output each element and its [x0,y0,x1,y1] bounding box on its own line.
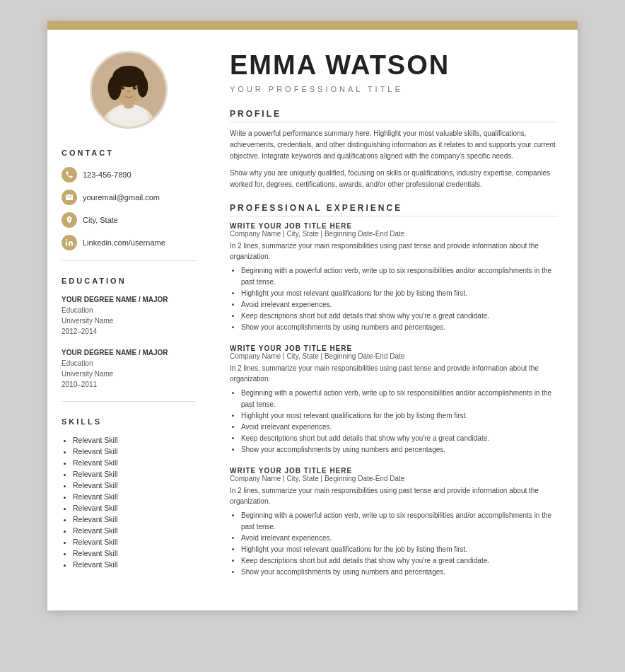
contact-phone-text: 123-456-7890 [83,170,132,179]
contact-phone-item: 123-456-7890 [62,167,196,183]
resume-document: CONTACT 123-456-7890 youremail@gmail.com… [47,21,578,610]
job-bullet-3-3: Highlight your most relevant qualificati… [241,544,558,555]
job-summary-2: In 2 lines, summarize your main responsi… [230,363,558,385]
svg-point-11 [123,86,124,88]
profile-paragraph-2: Show why you are uniquely qualified, foc… [230,168,558,190]
contact-location-text: City, State [83,216,118,224]
skill-item-3: Relevant Skill [73,458,196,467]
skill-item-5: Relevant Skill [73,481,196,489]
edu-degree-1: YOUR DEGREE NAME / MAJOR [62,295,196,305]
skill-item-10: Relevant Skill [73,538,196,546]
job-summary-1: In 2 lines, summarize your main responsi… [230,241,558,262]
job-bullet-2-4: Keep descriptions short but add details … [241,433,558,444]
skill-item-8: Relevant Skill [73,515,196,523]
top-accent-bar [47,21,578,30]
job-block-2: WRITE YOUR JOB TITLE HERE Company Name |… [230,344,558,456]
job-bullet-1-3: Avoid irrelevant experiences. [241,299,558,311]
linkedin-icon [62,235,77,250]
job-bullets-2: Beginning with a powerful action verb, w… [230,388,558,456]
job-title-2: WRITE YOUR JOB TITLE HERE [230,344,558,352]
job-bullet-3-2: Avoid irrelevant experiences. [241,533,558,544]
job-bullets-3: Beginning with a powerful action verb, w… [230,510,558,578]
phone-icon [62,167,77,183]
right-column: EMMA WATSON YOUR PROFESSIONAL TITLE PROF… [210,30,578,610]
edu-entry-2: YOUR DEGREE NAME / MAJOR Education Unive… [62,348,196,390]
job-title-3: WRITE YOUR JOB TITLE HERE [230,467,558,475]
job-bullet-1-5: Show your accomplishments by using numbe… [241,322,558,333]
job-bullet-1-2: Highlight your most relevant qualificati… [241,288,558,299]
education-section-title: EDUCATION [62,277,196,285]
job-bullet-2-2: Highlight your most relevant qualificati… [241,410,558,422]
skills-list: Relevant Skill Relevant Skill Relevant S… [62,436,196,569]
job-title-1: WRITE YOUR JOB TITLE HERE [230,222,558,230]
contact-email-text: youremail@gmail.com [83,193,160,202]
skill-item-4: Relevant Skill [73,470,196,478]
profile-section-title: PROFILE [230,109,558,122]
skills-section-title: SKILLS [62,417,196,426]
experience-section-title: PROFESSIONAL EXPERIENCE [230,203,558,216]
edu-degree-2: YOUR DEGREE NAME / MAJOR [62,348,196,358]
job-block-1: WRITE YOUR JOB TITLE HERE Company Name |… [230,222,558,333]
edu-type-1: Education [62,305,196,315]
job-bullet-3-5: Show your accomplishments by using numbe… [241,567,558,578]
job-bullet-2-3: Avoid irrelevant experiences. [241,422,558,433]
svg-point-12 [135,86,136,88]
contact-linkedin-text: Linkedin.com/username [83,238,165,247]
edu-university-1: University Name [62,315,196,326]
job-company-2: Company Name | City, State | Beginning D… [230,352,558,360]
edu-years-2: 2010–2011 [62,379,196,390]
skill-item-2: Relevant Skill [73,447,196,456]
skill-item-6: Relevant Skill [73,492,196,501]
edu-type-2: Education [62,358,196,369]
skill-item-12: Relevant Skill [73,560,196,569]
education-divider [62,260,196,261]
edu-entry-1: YOUR DEGREE NAME / MAJOR Education Unive… [62,295,196,337]
job-bullet-2-1: Beginning with a powerful action verb, w… [241,388,558,410]
svg-point-13 [66,239,67,241]
job-company-3: Company Name | City, State | Beginning D… [230,475,558,482]
skill-item-1: Relevant Skill [73,436,196,444]
job-bullet-2-5: Show your accomplishments by using numbe… [241,444,558,456]
email-icon [62,190,77,205]
job-bullet-3-1: Beginning with a powerful action verb, w… [241,510,558,533]
edu-university-2: University Name [62,369,196,379]
name-area: EMMA WATSON YOUR PROFESSIONAL TITLE [230,51,558,93]
skill-item-11: Relevant Skill [73,549,196,557]
skills-divider [62,401,196,402]
professional-title: YOUR PROFESSIONAL TITLE [230,85,558,93]
contact-location-item: City, State [62,212,196,228]
job-company-1: Company Name | City, State | Beginning D… [230,230,558,238]
photo-section [62,51,196,129]
location-icon [62,212,77,228]
skill-item-9: Relevant Skill [73,526,196,535]
profile-paragraph-1: Write a powerful performance summary her… [230,128,558,162]
edu-years-1: 2012–2014 [62,326,196,337]
job-block-3: WRITE YOUR JOB TITLE HERE Company Name |… [230,467,558,578]
job-summary-3: In 2 lines, summarize your main responsi… [230,485,558,507]
resume-name: EMMA WATSON [230,51,558,81]
skill-item-7: Relevant Skill [73,504,196,512]
left-column: CONTACT 123-456-7890 youremail@gmail.com… [47,30,210,610]
job-bullet-3-4: Keep descriptions short but add details … [241,555,558,567]
contact-email-item: youremail@gmail.com [62,190,196,205]
job-bullet-1-4: Keep descriptions short but add details … [241,311,558,322]
profile-photo [90,51,168,129]
contact-linkedin-item: Linkedin.com/username [62,235,196,250]
job-bullet-1-1: Beginning with a powerful action verb, w… [241,265,558,288]
job-bullets-1: Beginning with a powerful action verb, w… [230,265,558,333]
contact-section-title: CONTACT [62,149,196,157]
